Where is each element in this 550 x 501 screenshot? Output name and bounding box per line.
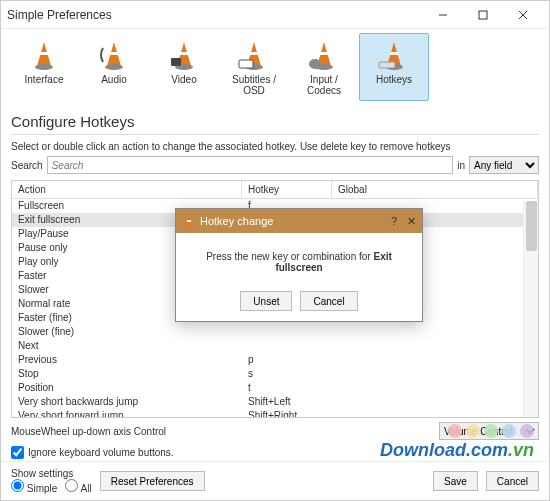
cell-action: Next [12,339,242,353]
ignore-kb-row: Ignore keyboard volume buttons. [1,444,549,461]
svg-rect-15 [250,52,258,55]
close-button[interactable] [503,1,543,29]
mousewheel-select[interactable]: Volume Control [439,422,539,440]
svg-rect-25 [379,62,395,68]
svg-rect-13 [171,58,181,66]
cell-hotkey: p [242,353,332,367]
cell-action: Previous [12,353,242,367]
cell-hotkey [242,325,332,339]
svg-rect-27 [187,220,191,222]
svg-rect-23 [390,52,398,55]
cell-action: Slower (fine) [12,325,242,339]
save-button[interactable]: Save [433,471,478,491]
radio-simple[interactable]: Simple [11,479,57,494]
col-hotkey[interactable]: Hotkey [242,181,332,198]
dialog-help-button[interactable]: ? [391,215,397,228]
window-controls [423,1,543,29]
search-row: Search in Any field [1,156,549,180]
col-action[interactable]: Action [12,181,242,198]
table-row[interactable]: Very short backwards jumpShift+Left [12,395,538,409]
search-in-label: in [457,160,465,171]
svg-point-21 [309,59,321,69]
scrollbar[interactable] [523,201,538,417]
tab-video[interactable]: Video [149,33,219,101]
window-title: Simple Preferences [7,8,423,22]
radio-all[interactable]: All [65,479,91,494]
mousewheel-row: MouseWheel up-down axis Control Volume C… [1,418,549,444]
search-scope-select[interactable]: Any field [469,156,539,174]
search-input[interactable] [47,156,454,174]
tab-subtitles[interactable]: Subtitles / OSD [219,33,289,101]
svg-rect-11 [180,52,188,55]
instruction-text: Select or double click an action to chan… [1,141,549,156]
dialog-actions: Unset Cancel [176,283,422,321]
reset-button[interactable]: Reset Preferences [100,471,205,491]
table-row[interactable]: Slower (fine) [12,325,538,339]
table-row[interactable]: Previousp [12,353,538,367]
svg-rect-1 [479,11,487,19]
table-row[interactable]: Positiont [12,381,538,395]
tab-hotkeys[interactable]: Hotkeys [359,33,429,101]
svg-rect-8 [110,52,118,55]
tab-interface[interactable]: Interface [9,33,79,101]
hotkey-change-dialog: Hotkey change ? ✕ Press the new key or c… [175,208,423,322]
search-label: Search [11,160,43,171]
dialog-title-text: Hotkey change [200,215,273,227]
cell-hotkey: Shift+Right [242,409,332,418]
titlebar: Simple Preferences [1,1,549,29]
cell-global [332,381,538,395]
section-title: Configure Hotkeys [1,105,549,134]
maximize-button[interactable] [463,1,503,29]
cell-global [332,339,538,353]
svg-rect-19 [320,52,328,55]
cell-action: Position [12,381,242,395]
category-tabs: Interface Audio Video Subtitles / OSD In… [1,29,549,105]
col-global[interactable]: Global [332,181,538,198]
table-row[interactable]: Stops [12,367,538,381]
ignore-kb-label: Ignore keyboard volume buttons. [28,447,174,458]
cell-action: Very short backwards jump [12,395,242,409]
svg-rect-5 [40,52,48,55]
cell-global [332,395,538,409]
mousewheel-label: MouseWheel up-down axis Control [11,426,166,437]
dialog-titlebar: Hotkey change ? ✕ [176,209,422,233]
show-settings-radios: Simple All [11,479,92,494]
cell-action: Very short forward jump [12,409,242,418]
cell-global [332,325,538,339]
tab-audio[interactable]: Audio [79,33,149,101]
ignore-kb-checkbox[interactable] [11,446,24,459]
bottom-bar: Show settings Simple All Reset Preferenc… [1,461,549,500]
cancel-button[interactable]: Cancel [486,471,539,491]
unset-button[interactable]: Unset [240,291,292,311]
show-settings-label: Show settings [11,468,92,479]
cell-action: Stop [12,367,242,381]
divider [11,134,539,135]
cell-hotkey: t [242,381,332,395]
tab-input-codecs[interactable]: Input / Codecs [289,33,359,101]
table-row[interactable]: Next [12,339,538,353]
scrollbar-thumb[interactable] [526,201,537,251]
cell-hotkey: Shift+Left [242,395,332,409]
table-header: Action Hotkey Global [12,181,538,199]
dialog-message: Press the new key or combination for Exi… [176,233,422,283]
cell-hotkey [242,339,332,353]
svg-point-9 [105,64,123,70]
svg-rect-17 [239,60,253,68]
cell-global [332,409,538,418]
vlc-icon [182,214,196,228]
svg-point-6 [35,64,53,70]
dialog-cancel-button[interactable]: Cancel [300,291,357,311]
cell-global [332,367,538,381]
cell-global [332,353,538,367]
minimize-button[interactable] [423,1,463,29]
table-row[interactable]: Very short forward jumpShift+Right [12,409,538,418]
dialog-close-button[interactable]: ✕ [407,215,416,228]
cell-hotkey: s [242,367,332,381]
